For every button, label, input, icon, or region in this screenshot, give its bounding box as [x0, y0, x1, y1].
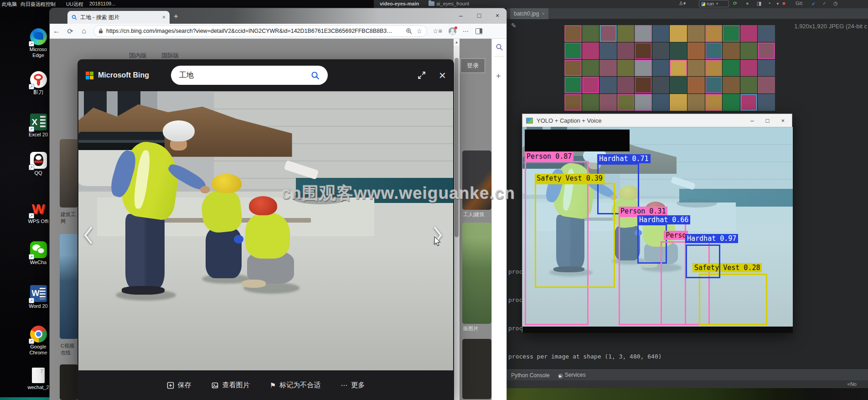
mosaic-cell: [670, 25, 687, 42]
bing-tab-international[interactable]: 国际版: [161, 52, 179, 60]
search-icon[interactable]: [311, 71, 320, 80]
favorite-star-icon[interactable]: ☆: [416, 27, 422, 35]
save-button[interactable]: 保存: [167, 381, 191, 390]
interpreter-status[interactable]: <No: [847, 381, 857, 387]
desktop-icon-word[interactable]: W↗ Word 20: [27, 285, 49, 309]
tab-close-icon[interactable]: ×: [542, 11, 544, 16]
back-icon[interactable]: ←: [50, 27, 63, 35]
desktop-label-uu-remote[interactable]: UU远程: [66, 1, 83, 8]
git-update-icon[interactable]: ↙: [811, 0, 816, 6]
pencil-icon[interactable]: ✎: [511, 22, 517, 29]
services-tab[interactable]: ▶Services: [558, 372, 586, 379]
sidebar-search-icon[interactable]: [496, 43, 503, 51]
stop-icon[interactable]: ■: [782, 0, 785, 6]
thumbnail-caption[interactable]: 工人|建筑: [463, 211, 491, 218]
home-icon[interactable]: ⌂: [77, 27, 91, 35]
git-commit-icon[interactable]: ✓: [822, 0, 827, 6]
mosaic-cell: [723, 42, 740, 59]
desktop-icon-excel[interactable]: X↗ Excel 20: [27, 114, 49, 138]
desktop-icon-edge[interactable]: ↗ Microso Edge: [27, 28, 49, 58]
modal-close-icon[interactable]: ×: [439, 71, 446, 80]
mosaic-cell: [582, 60, 599, 77]
debug-icon[interactable]: ●: [746, 0, 749, 6]
signin-button[interactable]: 登录: [460, 58, 485, 73]
maximize-button[interactable]: □: [470, 8, 488, 24]
desktop-icon-wps[interactable]: W↗ WPS Offi: [27, 200, 49, 224]
zoom-icon[interactable]: [406, 28, 412, 34]
thumbnail-caption[interactable]: 版图片: [463, 325, 491, 332]
console-line: proc: [508, 325, 522, 332]
collections-icon[interactable]: ☆≡: [433, 27, 442, 35]
scrollbar-up-icon[interactable]: ▲: [454, 39, 460, 46]
view-image-button[interactable]: 查看图片: [212, 381, 250, 390]
new-tab-button[interactable]: +: [174, 12, 178, 21]
run-icon[interactable]: ⟳: [733, 0, 737, 6]
desktop-icon-wechat[interactable]: ↗ WeCha: [27, 241, 49, 265]
minimize-button[interactable]: –: [750, 117, 754, 124]
worker1-hand: [200, 186, 210, 193]
close-button[interactable]: ×: [781, 117, 785, 124]
mosaic-cell: [758, 94, 775, 111]
refresh-icon[interactable]: ⟳: [63, 27, 77, 36]
desktop-icon-chrome[interactable]: ↗ Google Chrome: [27, 326, 49, 356]
python-icon: [701, 2, 705, 6]
bing-brand[interactable]: Microsoft Bing: [98, 71, 149, 79]
mosaic-grid: [564, 25, 775, 111]
browser-tab[interactable]: 工地 - 搜索 图片 ×: [67, 11, 170, 24]
history-icon[interactable]: ◷: [833, 0, 838, 6]
minimize-button[interactable]: –: [452, 8, 470, 24]
page-scrollbar[interactable]: ▲: [454, 39, 460, 400]
shortcut-arrow-icon: ↗: [29, 126, 34, 132]
related-thumbnail[interactable]: [462, 223, 491, 324]
pycharm-breadcrumb[interactable]: ai_eyes_frount: [436, 1, 469, 6]
chevron-down-icon[interactable]: ▼: [776, 2, 780, 6]
desktop-icon-qq[interactable]: ↗ QQ: [27, 152, 49, 176]
thumbnail-caption[interactable]: 建筑工 网: [61, 211, 79, 225]
run-config-dropdown[interactable]: run ▼: [699, 0, 729, 7]
coverage-icon[interactable]: ◔: [768, 0, 771, 6]
more-button[interactable]: ⋯ 更多: [341, 381, 365, 390]
desktop-label-20181109[interactable]: 20181109...: [89, 1, 115, 6]
result-thumbnail[interactable]: [60, 234, 78, 339]
scrollbar-thumb[interactable]: [455, 58, 459, 237]
address-bar[interactable]: https://cn.bing.com/images/search?view=d…: [93, 25, 427, 37]
search-query-text: 工地: [179, 71, 194, 80]
desktop-icon-yingdao[interactable]: ↗ 影刀: [27, 71, 49, 95]
shortcut-arrow-icon: ↗: [29, 41, 34, 47]
tab-close-icon[interactable]: ×: [162, 14, 165, 21]
close-button[interactable]: ×: [488, 8, 506, 24]
sidebar-add-icon[interactable]: +: [496, 72, 501, 81]
more-dots-icon: ⋯: [341, 381, 347, 390]
bing-search-box[interactable]: 工地: [171, 66, 328, 85]
sidebar-toggle-icon[interactable]: [475, 28, 482, 34]
mosaic-cell: [652, 94, 670, 111]
profiler-icon[interactable]: ◨: [757, 0, 761, 6]
flag-inappropriate-button[interactable]: ⚑ 标记为不合适: [270, 381, 320, 390]
desktop-label-this-pc[interactable]: 此电脑: [2, 1, 17, 8]
previous-image-icon[interactable]: [83, 225, 94, 245]
more-menu-icon[interactable]: ⋯: [463, 27, 469, 35]
maximize-button[interactable]: □: [766, 117, 770, 124]
python-console-tab[interactable]: Python Console: [511, 372, 550, 379]
related-thumbnail[interactable]: [462, 151, 491, 210]
desktop-label-sunflower-remote[interactable]: 向日葵远程控制: [21, 1, 56, 8]
related-thumbnail[interactable]: [462, 339, 491, 399]
desktop-icon-label: Excel 20: [27, 132, 49, 138]
yolo-window: YOLO + Caption + Voice – □ ×: [522, 114, 792, 332]
console-line: proc: [508, 268, 522, 275]
worker1-shoes: [122, 286, 165, 294]
bing-tab-domestic[interactable]: 国内版: [129, 52, 147, 60]
user-icon[interactable]: ♙▾: [679, 0, 686, 6]
profile-avatar[interactable]: [449, 27, 456, 35]
result-thumbnail[interactable]: [60, 139, 78, 208]
wallpaper-green-strip: [506, 388, 868, 400]
editor-tab-label: batch0.jpg: [514, 10, 539, 17]
mosaic-cell: [705, 42, 723, 59]
editor-tab-batch0[interactable]: batch0.jpg ×: [510, 8, 548, 19]
desktop-icon-wechat-file[interactable]: wechat_2: [27, 368, 49, 390]
thumbnail-caption[interactable]: C视频 在线: [61, 343, 79, 356]
result-thumbnail[interactable]: [60, 364, 78, 400]
yolo-titlebar[interactable]: YOLO + Caption + Voice – □ ×: [522, 114, 792, 127]
fullscreen-icon[interactable]: [417, 71, 426, 80]
mosaic-cell: [705, 94, 723, 111]
